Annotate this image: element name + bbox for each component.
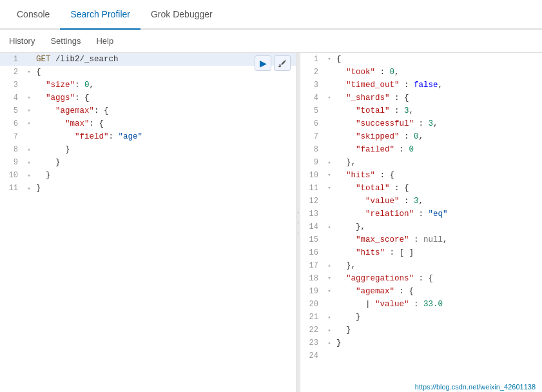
response-line: 1▾{ <box>300 53 542 66</box>
response-line: 10▾ "hits" : { <box>300 169 542 182</box>
code-line: 3 "size": 0, <box>0 79 296 92</box>
fold-gutter[interactable]: ▴ <box>325 156 334 169</box>
code-content: "field": "age" <box>34 130 296 143</box>
line-number: 12 <box>300 195 325 208</box>
code-content: "total" : 3, <box>334 104 542 117</box>
line-number: 9 <box>0 156 24 169</box>
line-number: 8 <box>300 143 325 156</box>
fold-gutter[interactable]: ▴ <box>24 182 34 195</box>
main-content: 1GET /lib2/_search2▾{3 "size": 0,4▾ "agg… <box>0 53 542 392</box>
secondary-nav: History Settings Help <box>0 30 542 53</box>
fold-gutter[interactable]: ▾ <box>325 169 334 182</box>
response-line: 12 "value" : 3, <box>300 195 542 208</box>
line-number: 13 <box>300 208 325 220</box>
fold-gutter[interactable]: ▴ <box>24 143 34 156</box>
response-line: 5 "total" : 3, <box>300 104 542 117</box>
code-content: } <box>34 182 296 195</box>
code-content: }, <box>334 259 542 272</box>
code-line: 8▴ } <box>0 143 296 156</box>
fold-gutter[interactable]: ▾ <box>325 272 334 285</box>
line-number: 16 <box>300 246 325 259</box>
fold-gutter[interactable]: ▴ <box>24 169 34 182</box>
line-number: 19 <box>300 285 325 298</box>
response-line: 16 "hits" : [ ] <box>300 246 542 259</box>
code-content: "max": { <box>34 117 296 130</box>
code-line: 4▾ "aggs": { <box>0 92 296 104</box>
line-number: 2 <box>300 66 325 79</box>
line-number: 9 <box>300 156 325 169</box>
fold-gutter[interactable]: ▾ <box>24 92 34 104</box>
tab-search-profiler[interactable]: Search Profiler <box>60 0 140 30</box>
code-content: "timed_out" : false, <box>334 79 542 92</box>
code-content: "relation" : "eq" <box>334 208 542 220</box>
line-number: 11 <box>300 182 325 195</box>
line-number: 2 <box>0 66 24 79</box>
response-panel: 1▾{2 "took" : 0,3 "timed_out" : false,4▾… <box>300 53 542 392</box>
code-content: } <box>334 311 542 324</box>
line-number: 18 <box>300 272 325 285</box>
fold-gutter[interactable]: ▾ <box>24 66 34 79</box>
top-nav: Console Search Profiler Grok Debugger <box>0 0 542 30</box>
code-content: "hits" : { <box>334 169 542 182</box>
fold-gutter[interactable]: ▴ <box>325 337 334 349</box>
code-line: 10▴ } <box>0 169 296 182</box>
fold-gutter[interactable]: ▾ <box>325 53 334 66</box>
line-number: 14 <box>300 220 325 233</box>
line-number: 11 <box>0 182 24 195</box>
fold-gutter[interactable]: ▴ <box>325 324 334 337</box>
line-number: 24 <box>300 349 325 362</box>
fold-gutter[interactable]: ▴ <box>325 259 334 272</box>
fold-gutter[interactable]: ▴ <box>325 220 334 233</box>
code-line: 2▾{ <box>0 66 296 79</box>
code-content: "value" : 3, <box>334 195 542 208</box>
fold-gutter[interactable]: ▾ <box>24 104 34 117</box>
nav-history[interactable]: History <box>6 36 43 46</box>
line-number: 22 <box>300 324 325 337</box>
line-number: 3 <box>300 79 325 92</box>
code-content: { <box>334 53 542 66</box>
response-line: 6 "successful" : 3, <box>300 117 542 130</box>
code-content: "total" : { <box>334 182 542 195</box>
response-line: 13 "relation" : "eq" <box>300 208 542 220</box>
code-content: "size": 0, <box>34 79 296 92</box>
fold-gutter[interactable]: ▾ <box>325 182 334 195</box>
code-content: "aggregations" : { <box>334 272 542 285</box>
response-line: 7 "skipped" : 0, <box>300 130 542 143</box>
line-number: 21 <box>300 311 325 324</box>
response-line: 21▴ } <box>300 311 542 324</box>
fold-gutter[interactable]: ▴ <box>325 311 334 324</box>
tab-console[interactable]: Console <box>6 0 60 30</box>
line-number: 1 <box>0 53 24 66</box>
code-line: 7 "field": "age" <box>0 130 296 143</box>
run-button[interactable]: ▶ <box>255 55 271 71</box>
line-number: 4 <box>300 92 325 104</box>
fold-gutter[interactable]: ▾ <box>325 285 334 298</box>
fold-gutter[interactable]: ▾ <box>325 92 334 104</box>
response-line: 19▾ "agemax" : { <box>300 285 542 298</box>
line-number: 15 <box>300 233 325 246</box>
fold-gutter[interactable]: ▾ <box>24 117 34 130</box>
query-editor[interactable]: 1GET /lib2/_search2▾{3 "size": 0,4▾ "agg… <box>0 53 296 392</box>
response-line: 22▴ } <box>300 324 542 337</box>
code-content: }, <box>334 220 542 233</box>
response-line: 24 <box>300 349 542 362</box>
nav-settings[interactable]: Settings <box>43 36 88 46</box>
code-content: "aggs": { <box>34 92 296 104</box>
code-content: "failed" : 0 <box>334 143 542 156</box>
response-line: 14▴ }, <box>300 220 542 233</box>
nav-help[interactable]: Help <box>88 36 121 46</box>
response-line: 2 "took" : 0, <box>300 66 542 79</box>
code-content: } <box>34 143 296 156</box>
response-line: 8 "failed" : 0 <box>300 143 542 156</box>
line-number: 5 <box>300 104 325 117</box>
response-line: 23▴} <box>300 337 542 349</box>
line-number: 3 <box>0 79 24 92</box>
response-line: 11▾ "total" : { <box>300 182 542 195</box>
code-content: "successful" : 3, <box>334 117 542 130</box>
tab-grok-debugger[interactable]: Grok Debugger <box>140 0 223 30</box>
code-line: 9▴ } <box>0 156 296 169</box>
fold-gutter[interactable]: ▴ <box>24 156 34 169</box>
wrench-button[interactable] <box>274 55 291 71</box>
code-content: "max_score" : null, <box>334 233 542 246</box>
response-line: 18▾ "aggregations" : { <box>300 272 542 285</box>
